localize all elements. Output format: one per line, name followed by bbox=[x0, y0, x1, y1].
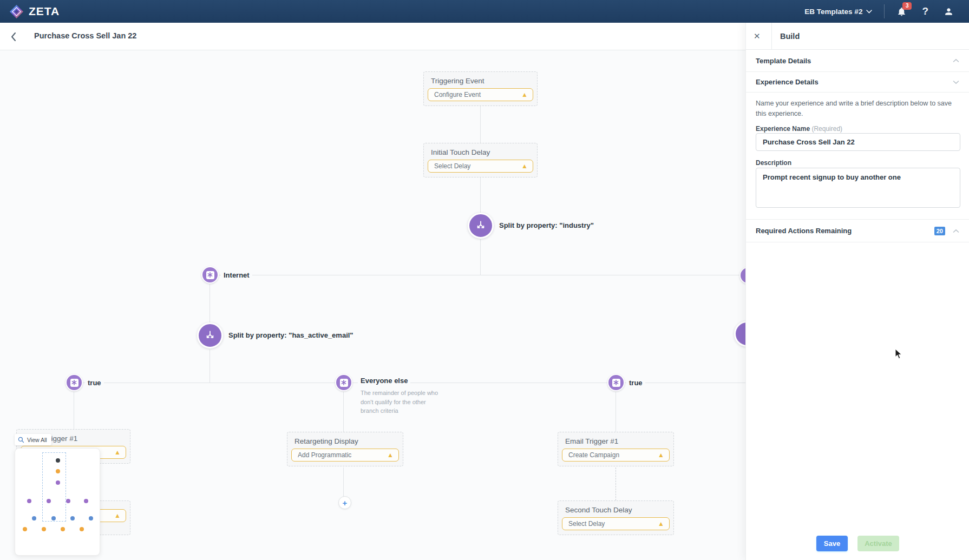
panel-title: Build bbox=[780, 32, 800, 41]
description-label: Description bbox=[756, 159, 791, 167]
zeta-logo[interactable]: ZETA bbox=[9, 4, 60, 19]
experience-name-input[interactable] bbox=[756, 133, 960, 151]
branch-node-true-left[interactable] bbox=[66, 374, 83, 391]
asterisk-icon bbox=[207, 272, 213, 278]
section-experience-details[interactable]: Experience Details bbox=[746, 72, 969, 93]
asterisk-icon bbox=[613, 380, 619, 385]
activate-button[interactable]: Activate bbox=[857, 536, 899, 551]
build-panel: ✕ Build Template Details Experience Deta… bbox=[745, 23, 969, 560]
brand-name: ZETA bbox=[29, 5, 60, 18]
branch-chip bbox=[340, 379, 348, 387]
connector-line bbox=[209, 350, 210, 383]
connector-line bbox=[616, 392, 616, 432]
minimap-dot bbox=[80, 527, 84, 531]
create-campaign-button[interactable]: Create Campaign ▲ bbox=[562, 449, 670, 462]
configure-event-button[interactable]: Configure Event ▲ bbox=[428, 88, 533, 101]
minimap[interactable] bbox=[15, 448, 100, 556]
branch-label-true: true bbox=[626, 379, 645, 387]
warning-icon: ▲ bbox=[114, 512, 121, 519]
user-icon bbox=[944, 6, 954, 17]
split-node-industry[interactable] bbox=[468, 213, 494, 239]
minimap-dot bbox=[70, 516, 75, 521]
select-delay-button[interactable]: Select Delay ▲ bbox=[428, 160, 533, 173]
navbar-divider bbox=[884, 4, 885, 18]
back-button[interactable] bbox=[6, 30, 21, 44]
experience-name-label: Experience Name (Required) bbox=[756, 125, 842, 133]
minimap-dot bbox=[66, 499, 70, 503]
branch-node-true-right[interactable] bbox=[607, 374, 625, 391]
split-label: Split by property: "has_active_email" bbox=[226, 331, 356, 339]
minimap-dot bbox=[42, 527, 46, 531]
asterisk-icon bbox=[71, 380, 77, 385]
top-navbar: ZETA EB Templates #2 3 ? bbox=[0, 0, 969, 23]
connector-line bbox=[343, 392, 344, 432]
connector-line bbox=[74, 392, 74, 429]
node-second-touch-delay[interactable]: Second Touch Delay Select Delay ▲ bbox=[558, 500, 674, 535]
warning-icon: ▲ bbox=[658, 452, 664, 458]
save-button[interactable]: Save bbox=[816, 536, 848, 551]
select-delay-button[interactable]: Select Delay ▲ bbox=[562, 517, 670, 530]
chevron-down-icon bbox=[953, 80, 959, 84]
split-icon bbox=[475, 220, 487, 232]
plus-icon: + bbox=[343, 498, 348, 508]
node-title: Triggering Event bbox=[431, 77, 537, 85]
description-input[interactable] bbox=[756, 168, 960, 208]
node-retargeting-display[interactable]: Retargeting Display Add Programmatic ▲ bbox=[287, 432, 403, 466]
zeta-diamond-icon bbox=[9, 4, 24, 19]
minimap-dot bbox=[23, 527, 27, 531]
minimap-dot bbox=[89, 516, 93, 521]
connector-line bbox=[343, 467, 344, 497]
minimap-dot bbox=[84, 499, 88, 503]
minimap-dot bbox=[32, 516, 36, 521]
required-hint: (Required) bbox=[811, 125, 842, 133]
connector-line bbox=[210, 275, 748, 275]
minimap-viewport[interactable] bbox=[42, 452, 66, 522]
close-icon[interactable]: ✕ bbox=[754, 31, 761, 41]
minimap-dot bbox=[61, 527, 65, 531]
page-header: Purchase Cross Sell Jan 22 bbox=[0, 23, 745, 50]
node-title: Second Touch Delay bbox=[565, 506, 673, 514]
connector-line bbox=[74, 383, 748, 383]
warning-icon: ▲ bbox=[387, 452, 394, 458]
account-button[interactable] bbox=[944, 6, 954, 17]
warning-icon: ▲ bbox=[114, 449, 121, 456]
warning-icon: ▲ bbox=[521, 91, 528, 98]
node-title: Retargeting Display bbox=[294, 437, 403, 445]
chevron-down-icon bbox=[866, 10, 872, 14]
add-programmatic-button[interactable]: Add Programmatic ▲ bbox=[291, 449, 399, 462]
search-icon bbox=[18, 437, 24, 443]
branch-node-internet[interactable] bbox=[201, 266, 219, 284]
chevron-left-icon bbox=[10, 32, 17, 42]
node-email-trigger-right[interactable]: Email Trigger #1 Create Campaign ▲ bbox=[558, 432, 674, 466]
branch-chip bbox=[70, 379, 78, 387]
connector-line bbox=[209, 284, 210, 322]
node-initial-touch-delay[interactable]: Initial Touch Delay Select Delay ▲ bbox=[423, 143, 538, 177]
section-template-details[interactable]: Template Details bbox=[746, 50, 969, 72]
connector-line bbox=[480, 106, 481, 143]
required-actions-count-badge: 20 bbox=[934, 227, 945, 235]
connector-line bbox=[480, 177, 481, 213]
branch-chip bbox=[612, 379, 620, 387]
split-icon bbox=[204, 330, 216, 341]
node-title: Initial Touch Delay bbox=[431, 148, 537, 156]
notifications-button[interactable]: 3 bbox=[896, 6, 907, 17]
split-node-has-active-email[interactable] bbox=[197, 322, 223, 348]
panel-header-divider bbox=[771, 23, 772, 50]
workspace-selector[interactable]: EB Templates #2 bbox=[804, 8, 872, 16]
asterisk-icon bbox=[341, 380, 346, 385]
add-step-button[interactable]: + bbox=[338, 496, 351, 509]
node-title: Email Trigger #1 bbox=[565, 437, 673, 445]
experience-helper-text: Name your experience and write a brief d… bbox=[756, 98, 961, 120]
view-all-button[interactable]: View All bbox=[15, 434, 51, 445]
node-triggering-event[interactable]: Triggering Event Configure Event ▲ bbox=[423, 71, 538, 106]
help-button[interactable]: ? bbox=[922, 5, 928, 17]
build-panel-header: ✕ Build bbox=[746, 23, 969, 50]
branch-description: The remainder of people who don't qualif… bbox=[361, 388, 442, 416]
connector-line-dashed bbox=[616, 467, 616, 500]
page-title: Purchase Cross Sell Jan 22 bbox=[34, 31, 136, 40]
branch-label-internet: Internet bbox=[221, 271, 252, 279]
notification-badge: 3 bbox=[902, 2, 912, 10]
connector-line bbox=[480, 239, 481, 275]
branch-node-everyone-else[interactable] bbox=[335, 374, 352, 391]
required-actions-row[interactable]: Required Actions Remaining 20 bbox=[746, 219, 969, 242]
